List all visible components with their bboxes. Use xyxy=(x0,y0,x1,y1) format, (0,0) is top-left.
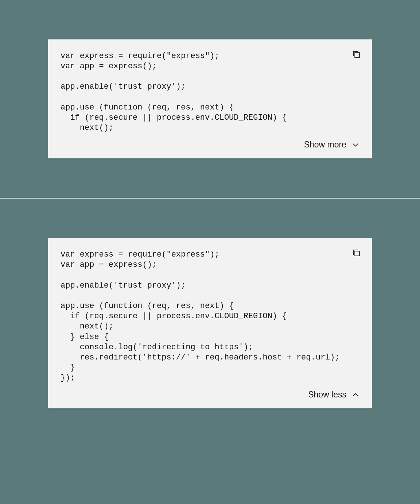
code-content: var express = require("express"); var ap… xyxy=(61,51,359,133)
svg-rect-0 xyxy=(355,53,359,57)
code-panel: var express = require("express"); var ap… xyxy=(48,238,372,408)
code-panel: var express = require("express"); var ap… xyxy=(48,39,372,158)
show-more-toggle[interactable]: Show more xyxy=(61,140,359,150)
copy-icon xyxy=(352,248,361,259)
svg-rect-1 xyxy=(355,251,359,256)
copy-button[interactable] xyxy=(351,49,362,61)
example-expanded-section: var express = require("express"); var ap… xyxy=(0,199,420,448)
toggle-label: Show more xyxy=(304,140,346,150)
code-content: var express = require("express"); var ap… xyxy=(61,250,359,383)
chevron-down-icon xyxy=(351,141,359,149)
copy-button[interactable] xyxy=(351,247,362,259)
show-less-toggle[interactable]: Show less xyxy=(61,390,359,400)
copy-icon xyxy=(352,50,361,60)
chevron-up-icon xyxy=(351,391,359,399)
example-collapsed-section: var express = require("express"); var ap… xyxy=(0,0,420,198)
toggle-label: Show less xyxy=(308,390,346,400)
